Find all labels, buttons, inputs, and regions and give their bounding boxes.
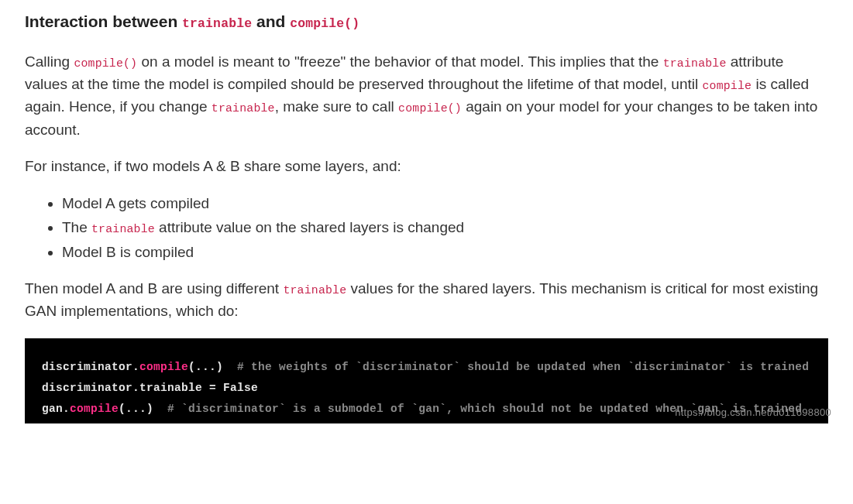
code-token-ident: discriminator [42,382,132,394]
heading-code-compile: compile() [290,16,359,31]
text: Then model A and B are using different [25,280,283,297]
document-page: Interaction between trainable and compil… [0,0,853,423]
text: , make sure to call [275,98,398,115]
code-token-ident: discriminator [42,361,132,373]
code-token-space [153,403,167,415]
code-token-method: compile [139,361,188,373]
inline-code-trainable: trainable [663,57,727,70]
list-item: Model B is compiled [62,241,828,263]
code-token-punct: . [132,382,139,394]
code-token-comment: # the weights of `discriminator` should … [237,361,809,373]
paragraph-1: Calling compile() on a model is meant to… [25,50,828,142]
inline-code-compile: compile() [398,102,462,115]
inline-code-trainable: trainable [283,284,346,297]
code-token-punct: (...) [188,361,223,373]
list-item: The trainable attribute value on the sha… [62,216,828,238]
paragraph-3: Then model A and B are using different t… [25,277,828,323]
code-token-punct: . [63,403,70,415]
paragraph-2: For instance, if two models A & B share … [25,155,828,177]
inline-code-trainable: trainable [91,223,155,235]
code-token-ident: gan [42,403,63,415]
inline-code-compile: compile() [74,57,137,70]
code-token-keyword: False [223,382,258,394]
list-item: Model A gets compiled [62,192,828,214]
inline-code-compile: compile [703,80,752,92]
text: attribute value on the shared layers is … [155,219,464,235]
code-block[interactable]: discriminator.compile(...) # the weights… [25,338,828,423]
code-token-punct: . [132,361,139,373]
code-token-method: compile [70,403,119,415]
heading-text: Interaction between [25,12,182,30]
code-token-space [223,361,237,373]
code-token-comment: # `discriminator` is a submodel of `gan`… [167,403,802,415]
text: on a model is meant to "freeze" the beha… [137,53,663,70]
bullet-list: Model A gets compiled The trainable attr… [25,192,828,263]
heading-code-trainable: trainable [182,16,252,31]
code-token-punct: (...) [119,403,153,415]
code-token-attr: trainable [139,382,209,394]
code-token-punct: = [209,382,223,394]
text: The [62,219,91,235]
heading-text: and [252,12,290,30]
inline-code-trainable: trainable [212,102,275,115]
text: Calling [25,53,74,70]
section-heading: Interaction between trainable and compil… [25,9,828,35]
